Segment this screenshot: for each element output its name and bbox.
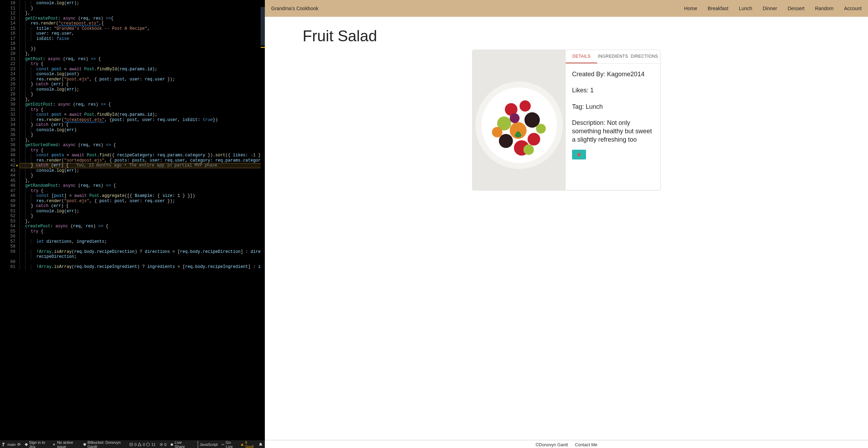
branch-icon [2, 442, 6, 447]
minimap-highlight [261, 47, 265, 48]
brand[interactable]: Grandma's Cookbook [271, 6, 318, 11]
svg-point-18 [510, 113, 520, 123]
chevron-right-icon [52, 442, 56, 447]
recipe-tabs: DETAILSINGREDIENTSDIRECTIONS [566, 50, 660, 64]
notifications[interactable] [259, 442, 263, 447]
error-count: 0 [134, 442, 136, 447]
bitbucket-label: Bitbucket: Donovyn Gantt; [87, 440, 126, 448]
warning-icon [137, 442, 142, 447]
line-number-gutter[interactable]: 1011121314151617181920212223242526272829… [0, 0, 20, 440]
go-live-label: Go Live [226, 440, 237, 448]
created-by-label: Created By: [572, 71, 605, 78]
tag-row: Tag: Lunch [572, 102, 654, 111]
tab-ingredients[interactable]: INGREDIENTS [597, 50, 629, 63]
jira-icon [24, 442, 28, 447]
live-share-label: Live Share [175, 440, 190, 448]
live-share-icon [170, 442, 174, 447]
likes-label: Likes: [572, 87, 588, 94]
site-header: Grandma's Cookbook HomeBreakfastLunchDin… [265, 0, 868, 17]
svg-point-4 [223, 444, 224, 445]
nav-lunch[interactable]: Lunch [739, 6, 752, 11]
created-by-row: Created By: Kagome2014 [572, 70, 654, 78]
bitbucket-icon [83, 442, 86, 447]
nav-account[interactable]: Account [844, 6, 862, 11]
like-row [566, 146, 660, 165]
port-forward[interactable]: 0 [159, 442, 167, 447]
error-icon [129, 442, 133, 447]
description-row: Description: Not only something healthy … [572, 119, 654, 144]
tag-label: Tag: [572, 103, 584, 110]
site-body: Fruit Salad [265, 17, 868, 440]
sync-icon [17, 442, 21, 447]
tab-details[interactable]: DETAILS [566, 50, 597, 63]
problems[interactable]: 0 0 11 [129, 442, 156, 447]
site-footer: ©Donovyn Gantt Contact Me [265, 440, 868, 448]
card-right: DETAILSINGREDIENTSDIRECTIONS Created By:… [566, 50, 660, 190]
broadcast-icon [221, 442, 225, 447]
svg-point-13 [528, 133, 540, 145]
likes-value: 1 [590, 87, 594, 94]
minimap-viewport[interactable] [261, 7, 265, 45]
status-bar: main Sign in to Jira No active issue Bit… [0, 440, 265, 448]
code-content[interactable]: console.log(err);}},getCreatePost: async… [20, 0, 265, 440]
spell-check[interactable]: 8 Spell [240, 440, 255, 448]
info-icon [146, 442, 150, 447]
site-nav: HomeBreakfastLunchDinnerDessertRandomAcc… [684, 6, 862, 11]
recipe-image [473, 50, 566, 190]
svg-point-17 [536, 124, 546, 134]
info-count: 11 [151, 442, 155, 447]
warning-icon [240, 442, 244, 447]
nav-dinner[interactable]: Dinner [763, 6, 777, 11]
recipe-title: Fruit Salad [303, 27, 868, 45]
like-button[interactable] [572, 150, 586, 159]
browser-preview-pane: Grandma's Cookbook HomeBreakfastLunchDin… [265, 0, 868, 448]
minimap[interactable] [261, 0, 265, 440]
svg-point-19 [523, 144, 534, 155]
git-branch[interactable]: main [2, 442, 21, 447]
recipe-card: DETAILSINGREDIENTSDIRECTIONS Created By:… [472, 50, 661, 190]
spell-label: 8 Spell [245, 440, 255, 448]
nav-random[interactable]: Random [815, 6, 833, 11]
go-live[interactable]: Go Live [221, 440, 237, 448]
svg-point-16 [492, 127, 502, 137]
created-by-value: Kagome2014 [607, 71, 644, 78]
nav-home[interactable]: Home [684, 6, 697, 11]
port-count: 0 [164, 442, 167, 447]
svg-point-1 [147, 443, 150, 446]
jira-signin[interactable]: Sign in to Jira [24, 440, 49, 448]
likes-row: Likes: 1 [572, 86, 654, 94]
language-mode[interactable]: { }JavaScript [197, 440, 218, 448]
bell-icon [259, 442, 263, 447]
nav-dessert[interactable]: Dessert [788, 6, 804, 11]
tab-directions[interactable]: DIRECTIONS [629, 50, 660, 63]
tab-content-details: Created By: Kagome2014 Likes: 1 Tag: Lun… [566, 64, 660, 146]
jira-issue[interactable]: No active issue [52, 440, 79, 448]
jira-label: Sign in to Jira [29, 440, 49, 448]
warning-count: 0 [143, 442, 145, 447]
heart-icon [577, 152, 581, 157]
branch-label: main [7, 442, 16, 447]
svg-point-14 [499, 134, 513, 148]
svg-point-2 [161, 444, 162, 445]
code-editor-pane: 1011121314151617181920212223242526272829… [0, 0, 265, 448]
nav-breakfast[interactable]: Breakfast [708, 6, 728, 11]
bitbucket-user[interactable]: Bitbucket: Donovyn Gantt; [83, 440, 126, 448]
code-area[interactable]: 1011121314151617181920212223242526272829… [0, 0, 265, 440]
live-share[interactable]: Live Share [170, 440, 190, 448]
radio-icon [159, 442, 163, 447]
tag-value: Lunch [586, 103, 603, 110]
footer-contact[interactable]: Contact Me [575, 442, 597, 447]
description-label: Description: [572, 119, 605, 126]
footer-copyright: ©Donovyn Gantt [536, 442, 568, 447]
language-label: JavaScript [200, 442, 218, 447]
jira-issue-label: No active issue [57, 440, 79, 448]
svg-point-9 [520, 100, 531, 112]
